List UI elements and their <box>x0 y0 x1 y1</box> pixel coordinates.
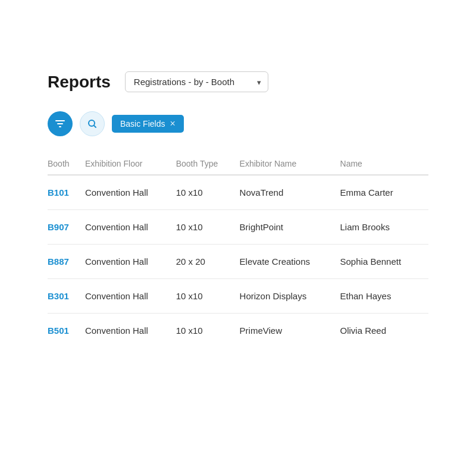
booth-link[interactable]: B907 <box>48 222 69 232</box>
cell-booth-type: 20 x 20 <box>176 245 240 279</box>
cell-booth-type: 10 x10 <box>176 210 240 245</box>
booth-link[interactable]: B301 <box>48 291 69 301</box>
cell-booth: B301 <box>48 279 85 314</box>
cell-booth: B907 <box>48 210 85 245</box>
registrations-table: Booth Exhibition Floor Booth Type Exhibi… <box>48 153 428 347</box>
tag-label: Basic Fields <box>120 119 165 129</box>
basic-fields-tag: Basic Fields × <box>112 115 184 133</box>
table-row: B101Convention Hall10 x10NovaTrendEmma C… <box>48 175 428 210</box>
search-icon <box>87 118 98 129</box>
cell-booth-type: 10 x10 <box>176 279 240 314</box>
col-name: Name <box>340 153 428 175</box>
cell-exhibition-floor: Convention Hall <box>85 210 176 245</box>
cell-booth-type: 10 x10 <box>176 314 240 348</box>
filter-button[interactable] <box>48 111 73 136</box>
col-booth-type: Booth Type <box>176 153 240 175</box>
cell-name: Emma Carter <box>340 175 428 210</box>
table-row: B907Convention Hall10 x10BrightPointLiam… <box>48 210 428 245</box>
cell-exhibitor-name: BrightPoint <box>240 210 340 245</box>
cell-exhibitor-name: Elevate Creations <box>240 245 340 279</box>
cell-exhibition-floor: Convention Hall <box>85 175 176 210</box>
cell-exhibitor-name: Horizon Displays <box>240 279 340 314</box>
table-row: B501Convention Hall10 x10PrimeViewOlivia… <box>48 314 428 348</box>
cell-booth: B101 <box>48 175 85 210</box>
cell-exhibitor-name: PrimeView <box>240 314 340 348</box>
cell-exhibitor-name: NovaTrend <box>240 175 340 210</box>
search-button[interactable] <box>80 111 105 136</box>
cell-name: Liam Brooks <box>340 210 428 245</box>
col-exhibition-floor: Exhibition Floor <box>85 153 176 175</box>
table-header-row: Booth Exhibition Floor Booth Type Exhibi… <box>48 153 428 175</box>
cell-name: Sophia Bennett <box>340 245 428 279</box>
tag-close-button[interactable]: × <box>170 119 175 129</box>
cell-exhibition-floor: Convention Hall <box>85 245 176 279</box>
cell-name: Ethan Hayes <box>340 279 428 314</box>
report-select-wrapper: Registrations - by - BoothRegistrations … <box>125 71 268 92</box>
filter-icon <box>55 118 65 129</box>
booth-link[interactable]: B887 <box>48 256 69 267</box>
page-title: Reports <box>48 73 111 92</box>
cell-booth: B887 <box>48 245 85 279</box>
cell-exhibition-floor: Convention Hall <box>85 279 176 314</box>
cell-exhibition-floor: Convention Hall <box>85 314 176 348</box>
booth-link[interactable]: B101 <box>48 187 69 198</box>
table-row: B301Convention Hall10 x10Horizon Display… <box>48 279 428 314</box>
toolbar: Basic Fields × <box>48 111 428 136</box>
cell-name: Olivia Reed <box>340 314 428 348</box>
cell-booth: B501 <box>48 314 85 348</box>
cell-booth-type: 10 x10 <box>176 175 240 210</box>
table-row: B887Convention Hall20 x 20Elevate Creati… <box>48 245 428 279</box>
col-exhibitor-name: Exhibitor Name <box>240 153 340 175</box>
booth-link[interactable]: B501 <box>48 325 69 336</box>
report-select[interactable]: Registrations - by - BoothRegistrations … <box>125 71 268 92</box>
col-booth: Booth <box>48 153 85 175</box>
